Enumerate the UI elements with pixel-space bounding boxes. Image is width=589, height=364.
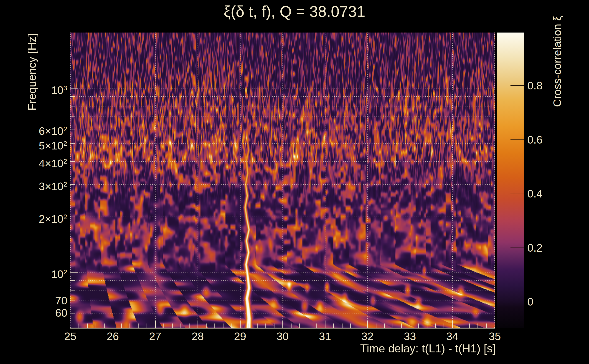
y-tick-label: 2×102	[39, 210, 67, 224]
x-tick-label: 33	[396, 330, 424, 343]
y-axis-label: Frequency [Hz]	[26, 33, 39, 110]
x-tick-label: 32	[354, 330, 381, 343]
plot-title: ξ(δ t, f), Q = 38.0731	[0, 2, 589, 21]
y-tick-label: 60	[55, 306, 67, 320]
y-tick-label: 6×102	[39, 122, 67, 136]
colorbar-tick-mark	[510, 194, 524, 194]
exponent: 2	[63, 140, 67, 147]
colorbar-tick-label: 0.2	[527, 241, 543, 255]
exponent: 3	[63, 84, 67, 92]
figure: ξ(δ t, f), Q = 38.0731 Frequency [Hz] 10…	[0, 0, 589, 364]
colorbar-tick-label: 0.4	[527, 187, 543, 201]
colorbar-label: Cross-correlation ξ	[551, 16, 563, 107]
y-tick-label: 70	[55, 294, 67, 308]
exponent: 2	[63, 213, 67, 221]
colorbar-tick-label: 0.6	[527, 133, 543, 147]
x-tick-label: 29	[226, 330, 254, 343]
colorbar-tick-mark	[510, 85, 524, 86]
y-tick-label: 4×102	[39, 154, 67, 168]
colorbar-tick-label: 0.8	[527, 79, 543, 93]
colorbar-tick-mark	[510, 302, 524, 302]
x-tick-label: 27	[142, 330, 169, 343]
y-tick-label: 102	[51, 265, 67, 279]
x-tick-label: 35	[481, 330, 508, 343]
y-tick-label: 5×102	[39, 136, 67, 151]
y-tick-label: 103	[51, 81, 67, 95]
exponent: 2	[63, 125, 67, 133]
colorbar-tick-mark	[510, 247, 524, 248]
exponent: 2	[63, 180, 67, 188]
exponent: 2	[63, 157, 67, 165]
x-tick-label: 26	[99, 330, 126, 343]
colorbar	[497, 32, 524, 328]
x-tick-label: 30	[269, 330, 296, 343]
y-tick-label: 3×102	[39, 177, 67, 191]
colorbar-tick-mark	[510, 139, 524, 140]
colorbar-tick-label: 0	[527, 295, 533, 309]
x-tick-label: 34	[439, 330, 466, 343]
x-tick-label: 28	[184, 330, 211, 343]
exponent: 2	[63, 268, 67, 276]
spectrogram-canvas	[70, 32, 495, 329]
x-tick-label: 25	[57, 330, 84, 343]
x-axis-label: Time delay: t(L1) - t(H1) [s]	[360, 342, 496, 355]
x-tick-label: 31	[311, 330, 339, 343]
